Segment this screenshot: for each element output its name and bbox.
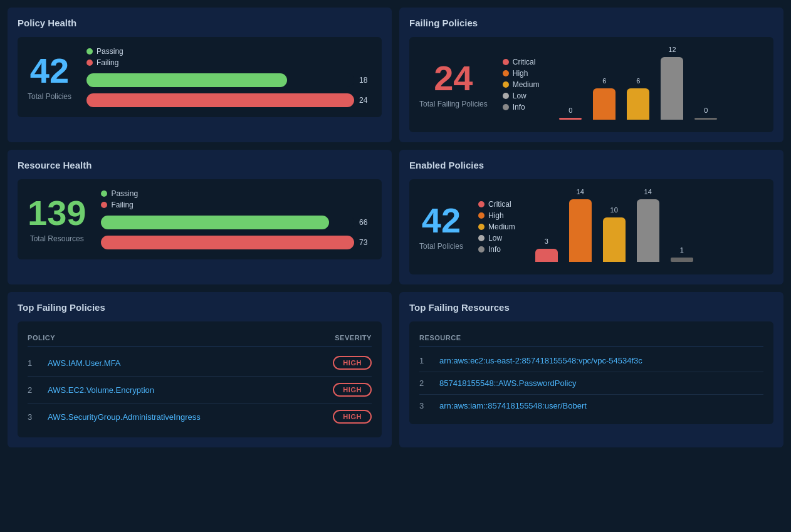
ep-bar-critical: 3 xyxy=(535,199,558,262)
ep-bar-medium-fill: 10 xyxy=(603,217,626,262)
failing-dot xyxy=(86,60,93,66)
ep-bar-critical-label: 3 xyxy=(545,237,548,245)
failing-policies-stat: 24 Total Failing Policies xyxy=(419,61,488,108)
row-num-r2: 2 xyxy=(419,378,434,388)
row-num-3: 3 xyxy=(28,412,43,422)
enabled-policies-chart: 3 14 10 xyxy=(535,189,693,264)
bar-fill-failing xyxy=(86,93,354,107)
bar-row-failing: 24 xyxy=(86,93,372,107)
fp-legend-low: Low xyxy=(503,91,540,100)
legend-failing: Failing xyxy=(86,58,123,67)
fp-bar-critical-label: 0 xyxy=(568,107,572,114)
severity-badge-3: HIGH xyxy=(333,410,372,424)
fp-bar-low: 12 xyxy=(661,57,683,120)
bar-track-passing xyxy=(86,73,354,87)
policy-health-inner: 42 Total Policies Passing Failing xyxy=(18,37,382,117)
top-failing-policies-title: Top Failing Policies xyxy=(18,302,382,313)
table-row: 3 arn:aws:iam::857418155548:user/Bobert xyxy=(419,395,763,417)
row-resource-1[interactable]: arn:aws:ec2:us-east-2:857418155548:vpc/v… xyxy=(439,356,763,365)
ep-legend-high: High xyxy=(478,211,515,220)
row-resource-2[interactable]: 857418155548::AWS.PasswordPolicy xyxy=(439,378,763,388)
ep-legend-medium: Medium xyxy=(478,222,515,231)
resource-health-legend: Passing Failing xyxy=(101,189,138,209)
top-failing-policies-table: POLICY SEVERITY 1 AWS.IAM.User.MFA HIGH … xyxy=(18,321,382,437)
resource-health-bar-rows: 66 73 xyxy=(101,216,372,249)
row-policy-1[interactable]: AWS.IAM.User.MFA xyxy=(48,358,333,368)
ep-bar-medium: 10 xyxy=(603,199,626,262)
row-resource-3[interactable]: arn:aws:iam::857418155548:user/Bobert xyxy=(439,401,763,410)
policy-health-label: Total Policies xyxy=(28,92,71,101)
resource-health-legend-bars: Passing Failing xyxy=(101,189,372,209)
fp-bar-low-fill: 12 xyxy=(661,57,683,120)
fp-bar-low-label: 12 xyxy=(668,46,676,53)
ep-bar-low-label: 14 xyxy=(644,188,652,196)
enabled-policies-card: Enabled Policies 42 Total Policies Criti… xyxy=(399,150,783,284)
fp-legend-info: Info xyxy=(503,103,540,112)
ep-bar-medium-label: 10 xyxy=(610,206,618,214)
row-num-r1: 1 xyxy=(419,356,434,365)
resource-health-bars: Passing Failing 66 xyxy=(101,189,372,249)
ep-legend-low: Low xyxy=(478,234,515,243)
failing-policies-number: 24 xyxy=(419,61,488,96)
policy-health-legend: Passing Failing xyxy=(86,47,123,67)
fp-bar-medium-label: 6 xyxy=(636,77,640,85)
ep-bar-critical-fill: 3 xyxy=(535,249,558,262)
failing-policies-inner: 24 Total Failing Policies Critical High … xyxy=(409,37,773,132)
fp-bar-high-fill: 6 xyxy=(593,88,616,120)
ep-bar-info-fill: 1 xyxy=(671,258,693,262)
table-row: 1 arn:aws:ec2:us-east-2:857418155548:vpc… xyxy=(419,350,763,372)
top-failing-resources-table: RESOURCE 1 arn:aws:ec2:us-east-2:8574181… xyxy=(409,321,773,424)
fp-bar-info: 0 xyxy=(694,57,717,120)
failing-policies-legend: Critical High Medium Low Info xyxy=(503,58,540,112)
ep-bar-info-label: 1 xyxy=(680,246,684,254)
table-row: 3 AWS.SecurityGroup.AdministrativeIngres… xyxy=(28,404,372,430)
policy-health-number: 42 xyxy=(28,53,71,88)
fp-bar-critical: 0 xyxy=(559,57,582,120)
top-failing-resources-title: Top Failing Resources xyxy=(409,302,773,313)
rh-legend-failing: Failing xyxy=(101,201,138,209)
row-num-r3: 3 xyxy=(419,401,434,410)
tfr-table-header: RESOURCE xyxy=(419,329,763,347)
top-failing-resources-card: Top Failing Resources RESOURCE 1 arn:aws… xyxy=(399,292,783,447)
ep-bar-low-fill: 14 xyxy=(637,199,659,262)
bar-fill-passing xyxy=(86,73,287,87)
enabled-policies-number: 42 xyxy=(419,203,463,238)
policy-health-title: Policy Health xyxy=(18,18,382,28)
policy-health-legend-bars: Passing Failing xyxy=(86,47,372,67)
fp-bar-high: 6 xyxy=(593,57,616,120)
tfr-header-resource: RESOURCE xyxy=(419,334,461,342)
ep-legend-critical: Critical xyxy=(478,200,515,209)
ep-bar-info: 1 xyxy=(671,199,693,262)
resource-health-inner: 139 Total Resources Passing Failing xyxy=(18,179,382,259)
legend-passing: Passing xyxy=(86,47,123,56)
resource-health-number: 139 xyxy=(28,196,86,231)
resource-health-stat: 139 Total Resources xyxy=(28,196,86,243)
ep-legend-info: Info xyxy=(478,245,515,254)
enabled-policies-legend: Critical High Medium Low Info xyxy=(478,200,515,254)
tfp-header-severity: SEVERITY xyxy=(335,334,372,342)
row-policy-2[interactable]: AWS.EC2.Volume.Encryption xyxy=(48,385,333,395)
top-failing-policies-card: Top Failing Policies POLICY SEVERITY 1 A… xyxy=(8,292,392,447)
table-row: 1 AWS.IAM.User.MFA HIGH xyxy=(28,350,372,377)
bar-track-failing xyxy=(86,93,354,107)
fp-legend-critical: Critical xyxy=(503,58,540,66)
policy-health-stat: 42 Total Policies xyxy=(28,53,71,101)
failing-policies-title: Failing Policies xyxy=(409,18,773,28)
fp-legend-high: High xyxy=(503,69,540,78)
enabled-policies-label: Total Policies xyxy=(419,242,463,251)
failing-policies-chart: 0 6 6 xyxy=(559,47,717,122)
policy-health-bars: Passing Failing 18 xyxy=(86,47,372,107)
severity-badge-2: HIGH xyxy=(333,383,372,397)
row-num-2: 2 xyxy=(28,385,43,395)
policy-health-bar-rows: 18 24 xyxy=(86,73,372,107)
table-row: 2 AWS.EC2.Volume.Encryption HIGH xyxy=(28,377,372,404)
row-policy-3[interactable]: AWS.SecurityGroup.AdministrativeIngress xyxy=(48,412,333,422)
fp-bar-critical-fill: 0 xyxy=(559,118,582,120)
resource-health-title: Resource Health xyxy=(18,160,382,170)
row-num-1: 1 xyxy=(28,358,43,368)
enabled-policies-stat: 42 Total Policies xyxy=(419,203,463,251)
table-row: 2 857418155548::AWS.PasswordPolicy xyxy=(419,372,763,395)
fp-bar-info-label: 0 xyxy=(704,107,708,114)
resource-health-card: Resource Health 139 Total Resources Pass… xyxy=(8,150,392,284)
failing-policies-label: Total Failing Policies xyxy=(419,100,488,108)
